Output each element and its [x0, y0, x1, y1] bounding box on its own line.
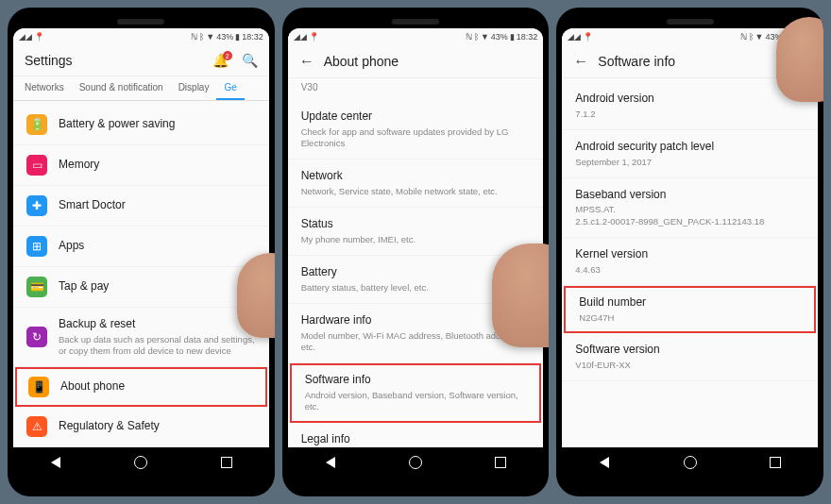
page-title: Settings: [25, 53, 73, 68]
item-sub: 4.4.63: [575, 264, 805, 276]
list-item[interactable]: Kernel version 4.4.63: [562, 238, 818, 286]
item-sub: My phone number, IMEI, etc.: [301, 234, 531, 245]
item-title: Android version: [575, 92, 805, 107]
battery-text: 43%: [491, 32, 508, 42]
nav-back[interactable]: [42, 453, 69, 472]
item-title: Software info: [305, 373, 529, 388]
status-bar: ◢◢ 📍 ℕ ᛒ ▼ 43% ▮ 18:32: [13, 28, 269, 45]
model-label: V30: [288, 78, 544, 96]
item-title: Legal info: [301, 432, 531, 447]
item-icon: 🔋: [26, 114, 47, 135]
list-item[interactable]: Update center Check for app and software…: [288, 100, 544, 160]
item-title: Network: [301, 169, 531, 184]
item-sub: N2G47H: [579, 312, 803, 324]
list-item[interactable]: 🔋 Battery & power saving: [13, 105, 269, 145]
tab-networks[interactable]: Networks: [17, 76, 72, 100]
item-title: Kernel version: [575, 247, 805, 262]
nfc-icon: ℕ: [191, 32, 197, 42]
battery-icon: ▮: [510, 32, 515, 42]
back-arrow-icon[interactable]: ←: [573, 53, 588, 70]
list-item[interactable]: Software version V10f-EUR-XX: [562, 333, 818, 381]
screen-2: ◢◢ 📍 ℕ ᛒ ▼ 43% ▮ 18:32 ← About phone V30…: [288, 28, 544, 447]
bluetooth-icon: ᛒ: [199, 32, 204, 42]
phone-frame-2: ◢◢ 📍 ℕ ᛒ ▼ 43% ▮ 18:32 ← About phone V30…: [282, 8, 550, 496]
settings-list[interactable]: 🔋 Battery & power saving ▭ Memory ✚ Smar…: [13, 101, 269, 447]
item-sub: MPSS.AT. 2.5.c1.2-00017-8998_GEN_PACK-1.…: [575, 204, 805, 227]
item-title: Apps: [59, 239, 256, 254]
item-title: Android security patch level: [575, 140, 805, 155]
item-icon: ↻: [26, 327, 47, 347]
settings-tabs: Networks Sound & notification Display Ge: [13, 76, 269, 101]
item-sub: Back up data such as personal data and s…: [59, 334, 256, 358]
item-icon: 💳: [26, 277, 47, 297]
tab-display[interactable]: Display: [171, 76, 217, 100]
item-title: Tap & pay: [59, 279, 256, 294]
item-sub: 7.1.2: [575, 109, 805, 120]
item-title: About phone: [60, 379, 254, 395]
nav-recent[interactable]: [213, 453, 240, 472]
list-item[interactable]: ↻ Backup & reset Back up data such as pe…: [13, 308, 269, 367]
list-item[interactable]: Software info Android version, Baseband …: [290, 363, 542, 422]
nav-back[interactable]: [591, 453, 618, 472]
item-icon: ▭: [26, 155, 47, 176]
item-title: Smart Doctor: [59, 198, 256, 213]
list-item[interactable]: ▭ Memory: [13, 145, 269, 186]
finger: [776, 17, 823, 102]
nav-bar: [562, 447, 818, 478]
notch: [667, 19, 714, 25]
item-title: Battery & power saving: [59, 117, 256, 132]
signal-icon: ◢◢: [19, 32, 32, 42]
list-item[interactable]: ⚠ Regulatory & Safety: [13, 407, 269, 447]
screen-3: ◢◢ 📍 ℕ ᛒ ▼ 43% ▮ 18:32 ← Software info A…: [562, 28, 818, 447]
bluetooth-icon: ᛒ: [474, 32, 479, 42]
settings-header: Settings 🔔2 🔍: [13, 45, 269, 76]
list-item[interactable]: 📱 About phone: [15, 367, 267, 407]
notch: [392, 19, 439, 25]
gps-icon: 📍: [309, 32, 319, 42]
list-item[interactable]: Baseband version MPSS.AT. 2.5.c1.2-00017…: [562, 178, 818, 238]
item-title: Software version: [575, 343, 805, 358]
nfc-icon: ℕ: [740, 32, 747, 42]
signal-icon: ◢◢: [294, 32, 307, 42]
wifi-icon: ▼: [755, 32, 764, 42]
list-item[interactable]: Legal info Legal Documents for LG Softwa…: [288, 423, 544, 447]
nav-home[interactable]: [402, 453, 429, 472]
about-header: ← About phone: [288, 45, 544, 78]
nav-recent[interactable]: [487, 453, 514, 472]
item-title: Memory: [59, 158, 256, 173]
nfc-icon: ℕ: [466, 32, 472, 42]
list-item[interactable]: Build number N2G47H: [564, 286, 816, 333]
list-item[interactable]: ✚ Smart Doctor: [13, 186, 269, 227]
wifi-icon: ▼: [481, 32, 489, 42]
screen-1: ◢◢ 📍 ℕ ᛒ ▼ 43% ▮ 18:32 Settings 🔔2 🔍 Net…: [13, 28, 269, 447]
nav-bar: [13, 447, 269, 478]
nav-home[interactable]: [677, 453, 704, 472]
phone-frame-1: ◢◢ 📍 ℕ ᛒ ▼ 43% ▮ 18:32 Settings 🔔2 🔍 Net…: [8, 8, 275, 496]
item-title: Regulatory & Safety: [59, 419, 256, 434]
list-item[interactable]: 💳 Tap & pay: [13, 267, 269, 308]
bluetooth-icon: ᛒ: [749, 32, 754, 42]
signal-icon: ◢◢: [568, 32, 581, 42]
list-item[interactable]: ⊞ Apps: [13, 227, 269, 267]
item-title: Status: [301, 217, 531, 232]
item-icon: ✚: [26, 195, 47, 216]
item-sub: Check for app and software updates provi…: [301, 126, 531, 150]
software-list[interactable]: Android version 7.1.2 Android security p…: [562, 78, 818, 447]
nav-recent[interactable]: [762, 453, 789, 472]
clock: 18:32: [517, 32, 538, 42]
item-sub: September 1, 2017: [575, 157, 805, 168]
search-icon[interactable]: 🔍: [242, 53, 258, 68]
nav-home[interactable]: [127, 453, 154, 472]
notification-icon[interactable]: 🔔2: [212, 53, 229, 68]
gps-icon: 📍: [583, 32, 593, 42]
item-title: Build number: [579, 295, 803, 311]
list-item[interactable]: Status My phone number, IMEI, etc.: [288, 208, 544, 256]
battery-icon: ▮: [235, 32, 240, 42]
nav-back[interactable]: [317, 453, 344, 472]
list-item[interactable]: Android security patch level September 1…: [562, 130, 818, 178]
tab-general[interactable]: Ge: [216, 76, 244, 100]
tab-sound[interactable]: Sound & notification: [72, 76, 171, 100]
item-title: Update center: [301, 109, 531, 125]
back-arrow-icon[interactable]: ←: [299, 53, 314, 70]
list-item[interactable]: Network Network, Service state, Mobile n…: [288, 160, 544, 208]
